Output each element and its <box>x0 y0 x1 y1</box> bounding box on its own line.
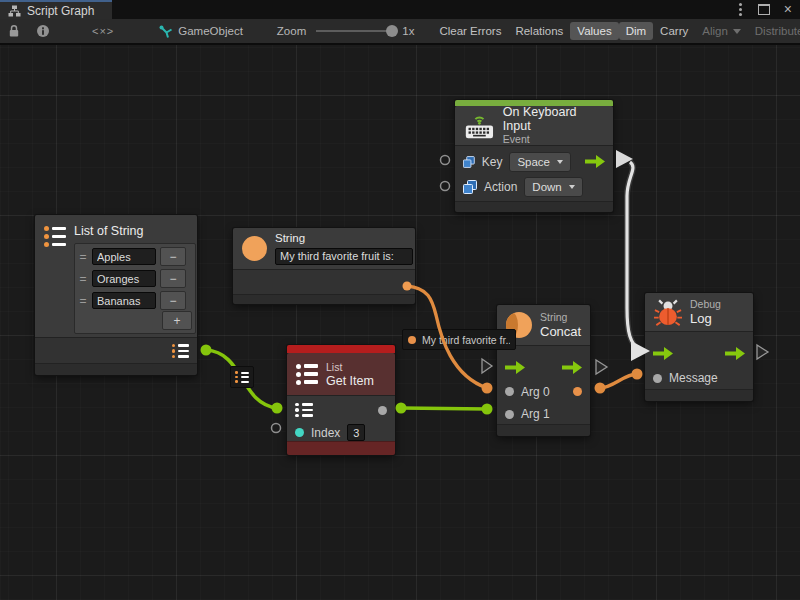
align-label: Align <box>702 25 728 37</box>
list-icon <box>296 364 318 385</box>
node-string-literal[interactable]: String <box>233 228 415 304</box>
flow-output-port[interactable] <box>585 155 605 168</box>
node-title: Log <box>690 311 721 326</box>
list-item-input[interactable] <box>92 270 156 287</box>
flow-input-port[interactable] <box>653 347 673 360</box>
chevron-down-icon <box>557 160 563 164</box>
gameobject-icon <box>158 24 173 39</box>
string-value-input[interactable] <box>275 248 413 265</box>
message-label: Message <box>669 371 718 385</box>
gameobject-button[interactable]: GameObject <box>150 20 251 42</box>
node-title: String <box>275 232 413 244</box>
gameobject-label: GameObject <box>178 25 243 37</box>
node-on-keyboard-input[interactable]: On Keyboard Input Event Key Space <box>455 100 613 212</box>
node-title: List of String <box>74 224 196 238</box>
distribute-dropdown[interactable]: Distribute <box>748 22 800 40</box>
drag-handle[interactable]: = <box>78 250 88 264</box>
node-title: On Keyboard Input <box>503 105 604 133</box>
wire-list-preview <box>230 366 254 388</box>
index-value-input[interactable] <box>347 424 365 441</box>
clear-errors-button[interactable]: Clear Errors <box>432 22 508 40</box>
enum-type-icon <box>463 180 477 194</box>
zoom-label: Zoom <box>277 25 306 37</box>
lock-icon[interactable] <box>0 20 28 42</box>
bug-icon <box>654 298 682 327</box>
node-get-item[interactable]: List Get Item Index <box>287 345 395 455</box>
list-item-input[interactable] <box>92 292 156 309</box>
key-port-label: Key <box>482 155 503 169</box>
keyboard-icon <box>464 111 495 140</box>
node-list-of-string[interactable]: List of String = − = − = <box>35 215 197 375</box>
dim-button[interactable]: Dim <box>619 22 653 40</box>
list-icon <box>44 226 66 247</box>
window-menu-icon[interactable] <box>739 8 742 11</box>
values-button[interactable]: Values <box>570 22 618 40</box>
arg0-label: Arg 0 <box>521 385 550 399</box>
remove-item-button[interactable]: − <box>160 247 186 266</box>
arg0-input-port[interactable] <box>505 387 514 396</box>
relations-button[interactable]: Relations <box>508 22 570 40</box>
add-item-button[interactable]: + <box>162 311 192 330</box>
align-dropdown[interactable]: Align <box>695 22 748 40</box>
wire-value-text: My third favorite fr.. <box>422 334 510 346</box>
message-input-port[interactable] <box>653 374 662 383</box>
key-value: Space <box>517 156 550 168</box>
list-item-row: = − <box>78 269 192 288</box>
zoom-slider-handle[interactable] <box>386 25 398 37</box>
string-value-dot <box>408 336 416 344</box>
node-title: Get Item <box>326 374 374 388</box>
code-view-icon[interactable]: <×> <box>84 20 122 42</box>
string-type-icon <box>242 236 267 261</box>
chevron-down-icon <box>569 185 575 189</box>
graph-toolbar: <×> GameObject Zoom 1x Clear Errors Rela… <box>0 19 800 45</box>
window-tab-bar: Script Graph × <box>0 0 800 19</box>
action-port-label: Action <box>484 180 517 194</box>
close-icon[interactable]: × <box>784 2 792 16</box>
index-label: Index <box>311 426 340 440</box>
node-subtitle: Event <box>503 133 604 146</box>
node-title: Concat <box>540 324 581 339</box>
tab-script-graph[interactable]: Script Graph <box>0 0 112 19</box>
info-icon[interactable] <box>28 20 58 42</box>
zoom-slider[interactable] <box>316 30 392 32</box>
zoom-value: 1x <box>402 25 414 37</box>
graph-icon <box>8 5 21 17</box>
list-input-port-icon[interactable] <box>295 403 313 418</box>
node-category: List <box>326 361 374 374</box>
node-category: String <box>540 311 581 324</box>
remove-item-button[interactable]: − <box>160 291 186 310</box>
list-output-port-icon[interactable] <box>172 344 190 359</box>
flow-output-port[interactable] <box>562 361 582 374</box>
action-dropdown[interactable]: Down <box>524 177 582 197</box>
error-accent-strip <box>287 345 395 353</box>
tab-title: Script Graph <box>27 4 94 18</box>
carry-button[interactable]: Carry <box>653 22 695 40</box>
action-value: Down <box>532 181 561 193</box>
list-value-icon <box>235 371 249 383</box>
chevron-down-icon <box>733 29 741 34</box>
maximize-icon[interactable] <box>758 4 770 15</box>
list-item-input[interactable] <box>92 248 156 265</box>
list-editor: = − = − = − + <box>74 243 196 334</box>
string-output-row <box>233 269 415 294</box>
list-output-row <box>35 337 197 363</box>
remove-item-button[interactable]: − <box>160 269 186 288</box>
unity-visual-scripting-window: Script Graph × <×> <box>0 0 800 600</box>
list-item-row: = − <box>78 291 192 310</box>
list-item-row: = − <box>78 247 192 266</box>
drag-handle[interactable]: = <box>78 272 88 286</box>
flow-input-port[interactable] <box>505 361 525 374</box>
flow-output-port[interactable] <box>725 347 745 360</box>
distribute-label: Distribute <box>755 25 800 37</box>
node-category: Debug <box>690 298 721 311</box>
keycode-type-icon <box>463 155 475 169</box>
key-dropdown[interactable]: Space <box>509 152 571 172</box>
node-concat[interactable]: String Concat Arg 0 A <box>497 305 590 436</box>
node-debug-log[interactable]: Debug Log Message <box>645 293 753 401</box>
arg1-label: Arg 1 <box>521 407 550 421</box>
index-input-port[interactable] <box>295 428 304 437</box>
drag-handle[interactable]: = <box>78 294 88 308</box>
result-output-port[interactable] <box>573 387 582 396</box>
arg1-input-port[interactable] <box>505 410 514 419</box>
item-output-port[interactable] <box>378 406 387 415</box>
